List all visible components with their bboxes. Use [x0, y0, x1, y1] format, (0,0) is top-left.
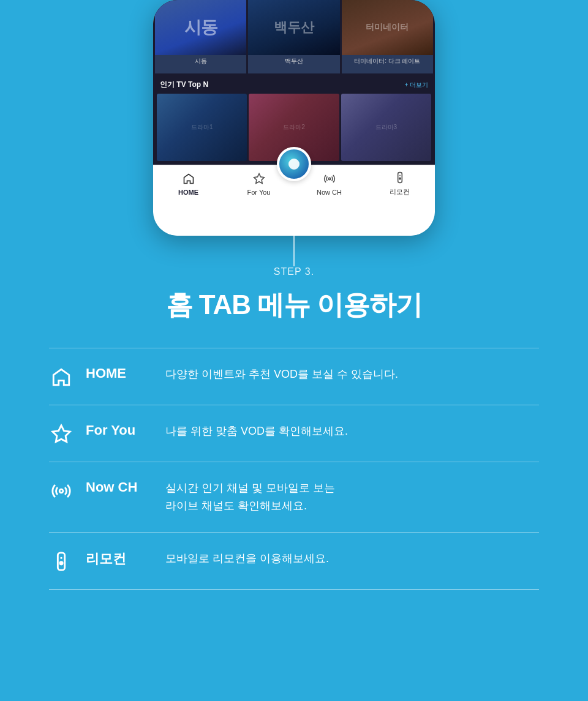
- feature-remote-icon: [49, 551, 74, 572]
- feature-item-foryou: For You 나를 위한 맞춤 VOD를 확인해보세요.: [49, 405, 539, 462]
- connector: [0, 236, 588, 266]
- feature-nowch-desc: 실시간 인기 채널 및 모바일로 보는라이브 채널도 확인해보세요.: [165, 479, 539, 515]
- drama-thumb-1: 드라마1: [157, 94, 247, 161]
- feature-list: HOME 다양한 이벤트와 추천 VOD를 보실 수 있습니다. For You…: [49, 348, 539, 590]
- tab-bar: HOME For You: [153, 165, 435, 205]
- feature-item-remote: 리모컨 모바일로 리모컨을 이용해보세요.: [49, 533, 539, 590]
- tab-foryou-label: For You: [247, 189, 271, 196]
- svg-point-6: [59, 489, 63, 493]
- tab-highlight-circle: [277, 147, 311, 181]
- feature-home-name: HOME: [86, 365, 153, 381]
- movie-thumb-3: 터미네이터 터미네이터: 다크 페이트: [342, 0, 433, 73]
- remote-icon: [394, 171, 406, 186]
- movie-thumb-1: 시동 시동: [155, 0, 246, 73]
- movie-row: 시동 시동 백두산 백두산 터미네이터 터미네이터: 다크 페이트: [153, 0, 435, 73]
- movie-title-3: 터미네이터: 다크 페이트: [342, 55, 433, 67]
- phone-body: 시동 시동 백두산 백두산 터미네이터 터미네이터: 다크 페이트: [153, 0, 435, 236]
- phone-bottom: [153, 205, 435, 236]
- feature-remote-name: 리모컨: [86, 550, 153, 568]
- drama-header: 인기 TV Top N + 더보기: [155, 77, 433, 94]
- home-icon: [183, 173, 195, 187]
- feature-home-desc: 다양한 이벤트와 추천 VOD를 보실 수 있습니다.: [165, 365, 539, 383]
- tab-remote-label: 리모컨: [390, 187, 410, 197]
- bottom-divider: [49, 590, 539, 590]
- tab-circle-inner: [288, 159, 300, 170]
- drama-thumb-3: 드라마3: [341, 94, 431, 161]
- tab-remote[interactable]: 리모컨: [364, 171, 435, 197]
- feature-foryou-icon: [49, 424, 74, 444]
- drama-section-title: 인기 TV Top N: [160, 80, 208, 90]
- feature-foryou-name: For You: [86, 422, 153, 438]
- feature-item-nowch: Now CH 실시간 인기 채널 및 모바일로 보는라이브 채널도 확인해보세요…: [49, 462, 539, 533]
- feature-nowch-icon: [49, 481, 74, 501]
- connector-line: [293, 236, 295, 266]
- feature-remote-desc: 모바일로 리모컨을 이용해보세요.: [165, 550, 539, 568]
- main-content: STEP 3. 홈 TAB 메뉴 이용하기 HOME 다양한 이벤트와 추천 V…: [0, 266, 588, 590]
- feature-nowch-name: Now CH: [86, 479, 153, 495]
- broadcast-icon: [323, 173, 336, 187]
- svg-point-1: [328, 178, 330, 179]
- movie-title-1: 시동: [155, 55, 246, 67]
- drama-more-link: + 더보기: [404, 81, 428, 89]
- phone-screen: 시동 시동 백두산 백두산 터미네이터 터미네이터: 다크 페이트: [153, 0, 435, 165]
- step-label: STEP 3.: [49, 266, 539, 277]
- svg-marker-0: [254, 173, 264, 183]
- feature-item-home: HOME 다양한 이벤트와 추천 VOD를 보실 수 있습니다.: [49, 348, 539, 405]
- tab-home[interactable]: HOME: [153, 173, 224, 196]
- feature-home-icon: [49, 367, 74, 388]
- svg-point-4: [399, 178, 401, 179]
- main-title: 홈 TAB 메뉴 이용하기: [49, 287, 539, 323]
- movie-thumb-2: 백두산 백두산: [248, 0, 339, 73]
- svg-marker-5: [53, 425, 70, 442]
- star-icon: [253, 173, 265, 187]
- movie-title-2: 백두산: [248, 55, 339, 67]
- tab-home-label: HOME: [178, 189, 198, 196]
- phone-mockup: 시동 시동 백두산 백두산 터미네이터 터미네이터: 다크 페이트: [0, 0, 588, 236]
- svg-point-9: [60, 561, 62, 564]
- feature-foryou-desc: 나를 위한 맞춤 VOD를 확인해보세요.: [165, 422, 539, 440]
- tab-nowch-label: Now CH: [317, 189, 342, 196]
